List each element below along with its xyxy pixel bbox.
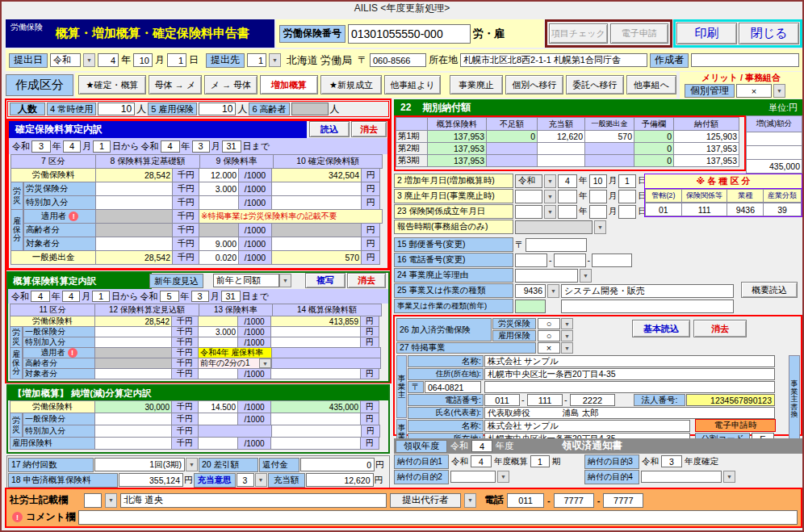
seiritsu-era-select[interactable] xyxy=(515,205,542,219)
basis-cell[interactable]: 28,542 xyxy=(95,250,173,265)
tel-change-2[interactable] xyxy=(554,253,586,267)
kanpu-field[interactable]: 0 xyxy=(300,458,375,471)
kakutei-period-y1[interactable]: 3 xyxy=(31,140,51,153)
haishi-year-field[interactable] xyxy=(558,190,577,203)
print-button[interactable]: 印刷 xyxy=(676,23,737,44)
basis-cell[interactable] xyxy=(94,425,172,438)
rate-cell[interactable] xyxy=(198,437,238,450)
mokuteki1-ki[interactable]: 1 xyxy=(530,455,550,467)
amount-cell[interactable]: 435,000 xyxy=(270,400,361,413)
owner-postal-field[interactable]: 064-0821 xyxy=(425,381,481,393)
chevron-down-icon[interactable]: ▼ xyxy=(279,274,291,287)
kakutei-period-m2[interactable]: 3 xyxy=(192,140,210,153)
chevron-down-icon[interactable]: ▼ xyxy=(544,190,556,203)
basis-cell[interactable] xyxy=(95,237,173,251)
gaisan-period-m2[interactable]: 3 xyxy=(191,291,209,302)
chevron-down-icon[interactable]: ▼ xyxy=(561,318,573,329)
amount-cell[interactable]: 342,504 xyxy=(271,168,362,182)
gaisan-period-y2[interactable]: 5 xyxy=(160,291,179,302)
juto-ishi-field[interactable]: 3 xyxy=(237,473,254,487)
rate-cell[interactable] xyxy=(198,368,238,379)
houjin-field[interactable]: 1234567890123 xyxy=(686,394,775,406)
tokkei-field[interactable]: × xyxy=(538,342,560,354)
mokuteki2-select[interactable] xyxy=(450,471,496,483)
zouka-month-field[interactable]: 10 xyxy=(589,174,607,188)
postal-change-field[interactable] xyxy=(526,238,587,252)
rate-cell[interactable] xyxy=(198,413,238,425)
kakutei-period-d2[interactable]: 31 xyxy=(222,140,241,153)
rate-cell[interactable] xyxy=(199,195,239,210)
zouka-day-field[interactable]: 1 xyxy=(618,174,636,188)
juto-cell[interactable] xyxy=(537,142,585,155)
seiritsu-year-field[interactable] xyxy=(558,205,577,219)
rep-field[interactable]: 代表取締役浦島 太郎 xyxy=(484,407,775,419)
gaisan-copy-button[interactable]: 複写 xyxy=(305,273,345,288)
chevron-down-icon[interactable]: ▼ xyxy=(464,493,476,508)
chevron-down-icon[interactable]: ▼ xyxy=(547,284,559,298)
mokuteki1-year[interactable]: 4 xyxy=(471,455,492,467)
me-botai-button[interactable]: メ → 母体 xyxy=(204,75,258,94)
biz-name-field[interactable]: 株式会社 サンプル xyxy=(484,420,690,432)
mokuteki4-select[interactable] xyxy=(641,471,722,483)
zennen-half-select[interactable]: 前年の2分の1 xyxy=(199,358,259,369)
owner-name-field[interactable]: 株式会社 サンプル xyxy=(484,355,775,367)
haishi-button[interactable]: 事業廃止 xyxy=(450,75,503,94)
owner-tel-2[interactable]: 111 xyxy=(527,394,563,406)
basis-cell[interactable] xyxy=(94,437,172,450)
rate-cell[interactable]: 9.000 xyxy=(199,237,239,251)
botai-me-button[interactable]: 母体 → メ xyxy=(149,75,202,94)
rate-cell[interactable]: 0.020 xyxy=(199,250,239,265)
rate-cell[interactable]: 14.500 xyxy=(198,400,238,413)
koyou-hoken-field[interactable]: 10 xyxy=(199,103,236,115)
submit-dest-field[interactable]: 1 xyxy=(247,53,266,67)
submit-month-field[interactable]: 10 xyxy=(133,53,153,67)
juto-field[interactable]: 12,620 xyxy=(306,473,374,487)
submit-year-field[interactable]: 4 xyxy=(98,53,119,67)
gaisan-newfy-button[interactable]: 新年度見込 xyxy=(149,274,203,288)
author-field[interactable] xyxy=(691,53,799,67)
chevron-down-icon[interactable]: ▼ xyxy=(83,53,95,67)
tel-change-3[interactable] xyxy=(592,253,632,267)
bureau-postal-field[interactable]: 060-8566 xyxy=(370,53,426,67)
e-apply-time-button[interactable]: 電子申請時 xyxy=(695,419,776,432)
kakutei-clear-button[interactable]: 消去 xyxy=(351,121,387,137)
koureisha-field[interactable] xyxy=(291,103,329,115)
chevron-down-icon[interactable]: ▼ xyxy=(594,220,606,234)
chevron-down-icon[interactable]: ▼ xyxy=(186,458,198,471)
zouka-era-select[interactable]: 令和 xyxy=(515,174,542,188)
sharoshi-tel-1[interactable]: 011 xyxy=(507,493,544,508)
mokuteki3-year[interactable]: 3 xyxy=(661,455,682,467)
kakutei-gaisan-button[interactable]: ★確定・概算 xyxy=(78,75,146,94)
rate-cell[interactable]: 12.000 xyxy=(199,168,239,182)
sharoshi-name-field[interactable]: 北海 道央 xyxy=(120,493,387,508)
haishi-month-field[interactable] xyxy=(589,190,607,203)
shinki-button[interactable]: ★新規成立 xyxy=(320,75,382,94)
sagyou-zennen-code[interactable] xyxy=(515,300,546,313)
haishi-era-select[interactable] xyxy=(515,190,542,203)
kobetsu-ikou-button[interactable]: 個別へ移行 xyxy=(505,75,563,94)
basis-cell[interactable]: 30,000 xyxy=(94,400,172,413)
joji-shiyo-field[interactable]: 10 xyxy=(98,103,135,115)
gaisan-same-select[interactable]: 前年と同額 xyxy=(213,274,279,287)
houkoku-select[interactable] xyxy=(515,220,593,234)
e-apply-button[interactable]: 電子申請 xyxy=(610,23,669,44)
rate-cell[interactable]: 3.000 xyxy=(198,326,238,337)
chevron-down-icon[interactable]: ▼ xyxy=(544,205,556,219)
owner-addr2-field[interactable] xyxy=(484,381,775,393)
kihon-read-button[interactable]: 基本読込 xyxy=(632,320,690,337)
sharoshi-code-field[interactable] xyxy=(84,493,102,508)
bureau-addr-field[interactable]: 札幌市北区北8西2-1-1 札幌第1合同庁舎 xyxy=(460,53,647,67)
haishi-riyu-select[interactable] xyxy=(515,269,578,283)
itaku-ikou-button[interactable]: 委託へ移行 xyxy=(566,75,624,94)
owner-tel-3[interactable]: 2222 xyxy=(570,394,615,406)
kakutei-read-button[interactable]: 読込 xyxy=(309,121,350,137)
amount-cell[interactable] xyxy=(270,326,361,337)
nofu-cell[interactable]: 125,903 xyxy=(673,130,739,143)
chevron-down-icon[interactable]: ▼ xyxy=(561,330,573,341)
kobetsu-kanri-field[interactable]: × xyxy=(736,84,772,98)
amount-cell[interactable] xyxy=(271,237,362,251)
amount-cell[interactable] xyxy=(270,437,361,450)
kakutei-period-y2[interactable]: 4 xyxy=(161,140,180,153)
haishi-day-field[interactable] xyxy=(618,190,636,203)
sagyou-code-field[interactable]: 9436 xyxy=(515,284,546,298)
